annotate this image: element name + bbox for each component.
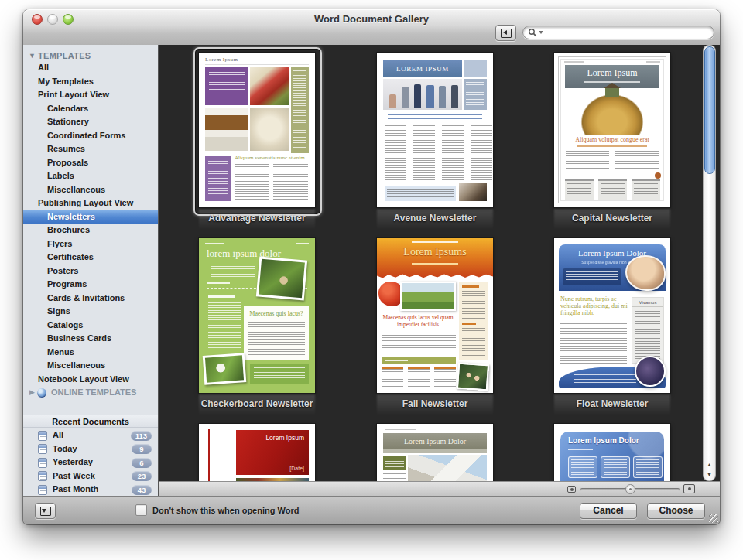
scroll-down-arrow[interactable]: ▼	[703, 470, 716, 480]
sidebar-item-online-templates[interactable]: ▶ONLINE TEMPLATES	[23, 386, 158, 400]
photo-face	[625, 255, 666, 291]
sidebar-item-miscellaneous[interactable]: Miscellaneous	[23, 359, 158, 373]
template-thumbnail: Lorem Ipsum Aliquam venenatis nunc at en…	[199, 53, 315, 207]
template-thumbnail: LOREM IPSUM	[377, 53, 493, 207]
recent-item-past-month[interactable]: Past Month 43	[23, 483, 158, 496]
template-name: Capital Newsletter	[544, 213, 680, 224]
thumbnail-size-slider[interactable]	[580, 488, 680, 491]
sidebar-item-publishing-layout-view[interactable]: Publishing Layout View	[23, 196, 158, 210]
disclosure-triangle-icon: ▼	[29, 50, 36, 62]
sidebar-item-catalogs[interactable]: Catalogs	[23, 319, 158, 333]
document-icon	[38, 431, 47, 441]
count-badge: 6	[132, 458, 152, 468]
desktop: Word Document Gallery ▼ TEMPLATES All My…	[0, 0, 743, 560]
document-icon	[38, 485, 47, 495]
sidebar-item-calendars[interactable]: Calendars	[23, 102, 158, 116]
template-card-fall-newsletter[interactable]: Lorem Ipsums Maecenas quis lacus vel qua…	[375, 238, 495, 425]
template-card-float-newsletter[interactable]: Lorem Ipsum Dolor Suspendisse gravida ni…	[552, 238, 673, 425]
search-icon	[528, 28, 537, 37]
sidebar-item-stationery[interactable]: Stationery	[23, 115, 158, 129]
cancel-button[interactable]: Cancel	[580, 503, 637, 519]
template-card-avenue-newsletter[interactable]: LOREM IPSUM Avenue Newsletter	[375, 53, 495, 240]
templates-section-header[interactable]: ▼ TEMPLATES	[23, 50, 158, 62]
dont-show-checkbox[interactable]	[135, 504, 147, 516]
sidebar-item-business-cards[interactable]: Business Cards	[23, 332, 158, 346]
sidebar-item-posters[interactable]: Posters	[23, 265, 158, 278]
recent-item-yesterday[interactable]: Yesterday 6	[23, 456, 158, 470]
resize-grip[interactable]	[709, 514, 718, 523]
sidebar-item-all[interactable]: All	[23, 61, 158, 75]
collapse-sidebar-button[interactable]	[495, 25, 516, 41]
recent-item-past-week[interactable]: Past Week 23	[23, 470, 158, 483]
photo-people	[383, 79, 462, 110]
scrollbar-thumb[interactable]	[704, 46, 715, 174]
sidebar-item-print-layout-view[interactable]: Print Layout View	[23, 88, 158, 102]
template-thumbnail: Lorem Ipsum Dolor Suspendisse gravida ni…	[554, 238, 670, 393]
search-input[interactable]	[543, 27, 714, 38]
sidebar-item-coordinated-forms[interactable]: Coordinated Forms	[23, 129, 158, 143]
sidebar-item-certificates[interactable]: Certificates	[23, 251, 158, 265]
sidebar: ▼ TEMPLATES All My Templates Print Layou…	[23, 45, 159, 496]
toggle-gallery-button[interactable]	[35, 503, 56, 519]
sidebar-item-labels[interactable]: Labels	[23, 169, 158, 183]
template-thumbnail: Lorem Ipsums Maecenas quis lacus vel qua…	[377, 238, 493, 393]
count-badge: 23	[132, 471, 152, 481]
window-title: Word Document Gallery	[23, 13, 720, 25]
small-thumbnail-icon	[567, 486, 576, 493]
recent-item-today[interactable]: Today 9	[23, 442, 158, 456]
sidebar-item-cards-invitations[interactable]: Cards & Invitations	[23, 292, 158, 306]
templates-header-label: TEMPLATES	[38, 50, 91, 62]
template-card-advantage-newsletter[interactable]: Lorem Ipsum Aliquam venenatis nunc at en…	[197, 53, 317, 240]
template-name: Checkerboard Newsletter	[189, 398, 325, 409]
sidebar-item-flyers[interactable]: Flyers	[23, 237, 158, 251]
chevron-down-icon	[40, 507, 51, 516]
main-area: ▼ TEMPLATES All My Templates Print Layou…	[23, 45, 720, 496]
slider-knob[interactable]	[625, 484, 635, 494]
photo-kids	[400, 282, 456, 311]
sidebar-item-notebook-layout-view[interactable]: Notebook Layout View	[23, 373, 158, 387]
sidebar-item-programs[interactable]: Programs	[23, 278, 158, 292]
photo-circle	[635, 356, 666, 387]
template-name: Avenue Newsletter	[367, 213, 503, 224]
recent-documents-header: Recent Documents	[23, 415, 158, 428]
sidebar-item-proposals[interactable]: Proposals	[23, 156, 158, 170]
photo-children	[457, 363, 489, 391]
search-field[interactable]	[522, 26, 714, 39]
count-badge: 9	[132, 444, 152, 454]
count-badge: 43	[132, 485, 152, 495]
photo-pasta	[250, 108, 289, 151]
template-card-checkerboard-newsletter[interactable]: lorem ipsum dolor Maecenas quis lacus? C…	[197, 238, 317, 425]
photo-cake	[205, 108, 248, 151]
sidebar-item-signs[interactable]: Signs	[23, 305, 158, 319]
dont-show-label: Don't show this when opening Word	[152, 506, 299, 515]
template-name: Fall Newsletter	[367, 398, 503, 409]
globe-icon	[37, 388, 46, 398]
template-card-capital-newsletter[interactable]: Lorem Ipsum Aliquam volutpat congue erat…	[552, 53, 673, 240]
sidebar-item-my-templates[interactable]: My Templates	[23, 75, 158, 89]
sidebar-item-newsletters[interactable]: Newsletters	[23, 210, 158, 224]
gallery-scrollbar[interactable]: ▲ ▼	[703, 45, 716, 481]
template-name: Float Newsletter	[544, 398, 680, 409]
document-icon	[38, 444, 47, 454]
disclosure-triangle-right-icon: ▶	[29, 386, 35, 400]
recent-item-all[interactable]: All 113	[23, 429, 158, 442]
choose-button[interactable]: Choose	[647, 503, 705, 519]
sidebar-item-miscellaneous[interactable]: Miscellaneous	[23, 183, 158, 197]
dont-show-row: Don't show this when opening Word	[135, 504, 299, 516]
chevron-left-icon	[501, 29, 512, 38]
scroll-up-arrow[interactable]: ▲	[703, 459, 716, 470]
title-bar: Word Document Gallery	[23, 9, 720, 46]
photo-jungle	[256, 256, 307, 300]
document-icon	[38, 458, 47, 468]
template-name: Advantage Newsletter	[189, 213, 325, 224]
sidebar-item-resumes[interactable]: Resumes	[23, 142, 158, 156]
sidebar-item-brochures[interactable]: Brochures	[23, 224, 158, 237]
word-document-gallery-window: Word Document Gallery ▼ TEMPLATES All My…	[23, 9, 720, 524]
photo-hand	[459, 183, 487, 201]
sidebar-item-menus[interactable]: Menus	[23, 346, 158, 360]
sidebar-templates-list: All My Templates Print Layout View Calen…	[23, 61, 158, 400]
template-thumbnail: lorem ipsum dolor Maecenas quis lacus?	[199, 238, 315, 393]
recent-documents-list: All 113 Today 9 Yesterday 6 Past Week 23…	[23, 429, 158, 496]
footer-bar: Don't show this when opening Word Cancel…	[23, 496, 720, 524]
large-thumbnail-icon	[683, 484, 695, 493]
